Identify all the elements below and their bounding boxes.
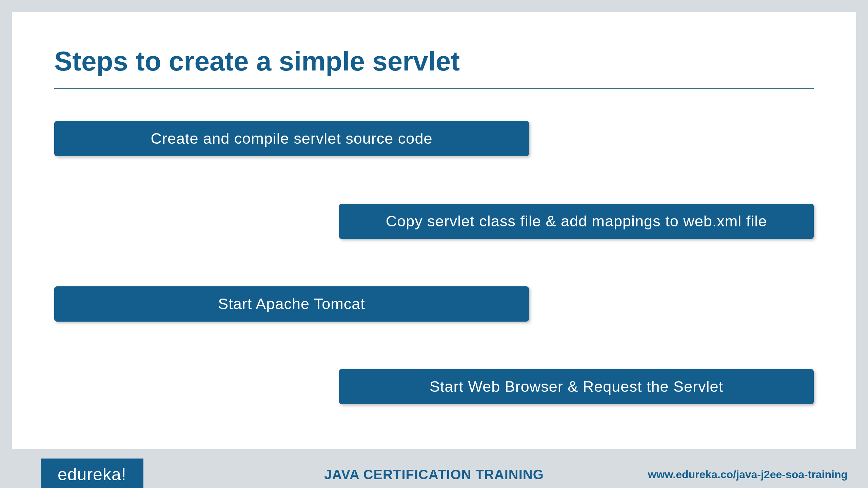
step-box-2: Copy servlet class file & add mappings t… [339,204,814,239]
step-box-4: Start Web Browser & Request the Servlet [339,369,814,404]
slide-title: Steps to create a simple servlet [54,46,814,77]
step-box-3: Start Apache Tomcat [54,286,529,322]
title-divider [54,88,814,89]
step-row-1: Create and compile servlet source code [54,121,814,156]
footer-course-title: JAVA CERTIFICATION TRAINING [324,467,544,482]
step-row-4: Start Web Browser & Request the Servlet [54,369,814,404]
brand-logo: edureka! [41,459,143,488]
step-box-1: Create and compile servlet source code [54,121,529,156]
step-row-3: Start Apache Tomcat [54,286,814,322]
step-row-2: Copy servlet class file & add mappings t… [54,204,814,239]
footer-bar: edureka! JAVA CERTIFICATION TRAINING www… [0,461,868,488]
slide: Steps to create a simple servlet Create … [12,12,856,449]
footer-url: www.edureka.co/java-j2ee-soa-training [648,468,848,481]
